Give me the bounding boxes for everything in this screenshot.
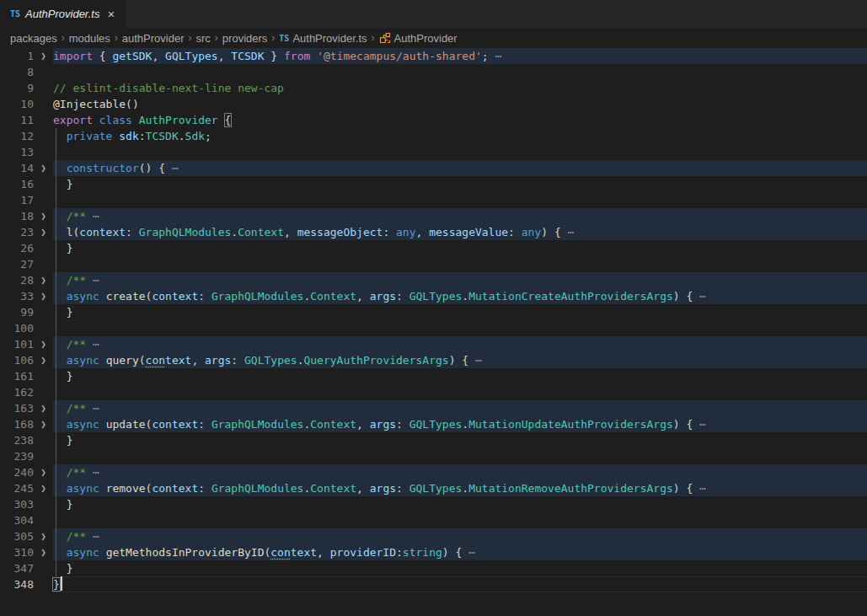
fold-chevron-icon[interactable]: ❯ — [34, 272, 53, 288]
code-line-content[interactable]: /** ⋯ — [53, 208, 867, 224]
gutter[interactable]: 26 — [0, 240, 53, 256]
code-line-content[interactable]: export class AuthProvider { — [53, 112, 867, 128]
gutter[interactable]: 11 — [0, 112, 53, 128]
line-number[interactable]: 100 — [0, 320, 34, 336]
gutter[interactable]: 303 — [0, 496, 53, 512]
code-line-content[interactable]: import { getSDK, GQLTypes, TCSDK } from … — [53, 48, 867, 64]
code-line[interactable]: 245❯ async remove(context: GraphQLModule… — [0, 480, 867, 496]
line-number[interactable]: 239 — [0, 448, 34, 464]
gutter[interactable]: 23❯ — [0, 224, 53, 240]
fold-chevron-icon[interactable]: ❯ — [34, 400, 53, 416]
code-line[interactable]: 23❯ l(context: GraphQLModules.Context, m… — [0, 224, 867, 240]
fold-chevron-icon[interactable]: ❯ — [34, 160, 53, 176]
breadcrumb-item-packages[interactable]: packages — [10, 32, 57, 45]
gutter[interactable]: 99 — [0, 304, 53, 320]
code-line[interactable]: 28❯ /** ⋯ — [0, 272, 867, 288]
fold-chevron-icon[interactable]: ❯ — [34, 48, 53, 64]
line-number[interactable]: 26 — [0, 240, 34, 256]
fold-chevron-icon[interactable]: ❯ — [34, 208, 53, 224]
gutter[interactable]: 310❯ — [0, 544, 53, 560]
gutter[interactable]: 305❯ — [0, 528, 53, 544]
code-line[interactable]: 1❯import { getSDK, GQLTypes, TCSDK } fro… — [0, 48, 867, 64]
gutter[interactable]: 238 — [0, 432, 53, 448]
code-line[interactable]: 17 — [0, 192, 867, 208]
code-line-content[interactable]: async query(context, args: GQLTypes.Quer… — [53, 352, 867, 368]
code-line[interactable]: 303 } — [0, 496, 867, 512]
line-number[interactable]: 33 — [0, 288, 34, 304]
code-line[interactable]: 168❯ async update(context: GraphQLModule… — [0, 416, 867, 432]
gutter[interactable]: 106❯ — [0, 352, 53, 368]
gutter[interactable]: 10 — [0, 96, 53, 112]
gutter[interactable]: 1❯ — [0, 48, 53, 64]
code-line[interactable]: 348} — [0, 576, 867, 592]
line-number[interactable]: 240 — [0, 464, 34, 480]
code-line[interactable]: 101❯ /** ⋯ — [0, 336, 867, 352]
line-number[interactable]: 8 — [0, 64, 34, 80]
line-number[interactable]: 348 — [0, 576, 34, 592]
code-line[interactable]: 12 private sdk:TCSDK.Sdk; — [0, 128, 867, 144]
fold-chevron-icon[interactable]: ❯ — [34, 224, 53, 240]
code-line-content[interactable]: async update(context: GraphQLModules.Con… — [53, 416, 867, 432]
code-line[interactable]: 11export class AuthProvider { — [0, 112, 867, 128]
line-number[interactable]: 17 — [0, 192, 34, 208]
fold-chevron-icon[interactable]: ❯ — [34, 544, 53, 560]
code-line-content[interactable]: } — [53, 496, 867, 512]
code-line-content[interactable]: } — [53, 576, 867, 592]
code-line-content[interactable]: /** ⋯ — [53, 528, 867, 544]
gutter[interactable]: 162 — [0, 384, 53, 400]
fold-chevron-icon[interactable]: ❯ — [34, 464, 53, 480]
line-number[interactable]: 245 — [0, 480, 34, 496]
line-number[interactable]: 28 — [0, 272, 34, 288]
close-icon[interactable]: × — [104, 7, 117, 21]
line-number[interactable]: 13 — [0, 144, 34, 160]
gutter[interactable]: 100 — [0, 320, 53, 336]
fold-chevron-icon[interactable]: ❯ — [34, 480, 53, 496]
gutter[interactable]: 14❯ — [0, 160, 53, 176]
line-number[interactable]: 106 — [0, 352, 34, 368]
gutter[interactable]: 304 — [0, 512, 53, 528]
tab-authprovider-ts[interactable]: TS AuthProvider.ts × — [0, 0, 126, 28]
code-line-content[interactable]: /** ⋯ — [53, 272, 867, 288]
code-line-content[interactable]: async remove(context: GraphQLModules.Con… — [53, 480, 867, 496]
breadcrumb-item-authprovider-ts[interactable]: TSAuthProvider.ts — [279, 32, 367, 45]
code-line[interactable]: 304 — [0, 512, 867, 528]
code-editor[interactable]: 1❯import { getSDK, GQLTypes, TCSDK } fro… — [0, 48, 867, 592]
line-number[interactable]: 27 — [0, 256, 34, 272]
code-line[interactable]: 310❯ async getMethodsInProviderByID(cont… — [0, 544, 867, 560]
breadcrumb-item-authprovider[interactable]: AuthProvider — [379, 32, 458, 45]
code-line-content[interactable] — [53, 320, 867, 336]
code-line-content[interactable] — [53, 192, 867, 208]
fold-chevron-icon[interactable]: ❯ — [34, 288, 53, 304]
line-number[interactable]: 10 — [0, 96, 34, 112]
code-line[interactable]: 9// eslint-disable-next-line new-cap — [0, 80, 867, 96]
code-line[interactable]: 163❯ /** ⋯ — [0, 400, 867, 416]
code-line-content[interactable] — [53, 512, 867, 528]
code-line[interactable]: 18❯ /** ⋯ — [0, 208, 867, 224]
fold-chevron-icon[interactable]: ❯ — [34, 336, 53, 352]
code-line[interactable]: 99 } — [0, 304, 867, 320]
code-line-content[interactable] — [53, 256, 867, 272]
code-line[interactable]: 162 — [0, 384, 867, 400]
line-number[interactable]: 303 — [0, 496, 34, 512]
line-number[interactable]: 23 — [0, 224, 34, 240]
code-line-content[interactable]: /** ⋯ — [53, 400, 867, 416]
gutter[interactable]: 239 — [0, 448, 53, 464]
code-line[interactable]: 8 — [0, 64, 867, 80]
line-number[interactable]: 101 — [0, 336, 34, 352]
breadcrumb-item-modules[interactable]: modules — [69, 32, 110, 45]
breadcrumb-item-src[interactable]: src — [196, 32, 211, 45]
fold-chevron-icon[interactable]: ❯ — [34, 528, 53, 544]
line-number[interactable]: 163 — [0, 400, 34, 416]
gutter[interactable]: 13 — [0, 144, 53, 160]
code-line[interactable]: 13 — [0, 144, 867, 160]
code-line[interactable]: 240❯ /** ⋯ — [0, 464, 867, 480]
fold-chevron-icon[interactable]: ❯ — [34, 352, 53, 368]
code-line[interactable]: 26 } — [0, 240, 867, 256]
gutter[interactable]: 9 — [0, 80, 53, 96]
gutter[interactable]: 347 — [0, 560, 53, 576]
code-line[interactable]: 347 } — [0, 560, 867, 576]
line-number[interactable]: 310 — [0, 544, 34, 560]
code-line-content[interactable]: /** ⋯ — [53, 336, 867, 352]
code-line-content[interactable]: } — [53, 560, 867, 576]
line-number[interactable]: 347 — [0, 560, 34, 576]
